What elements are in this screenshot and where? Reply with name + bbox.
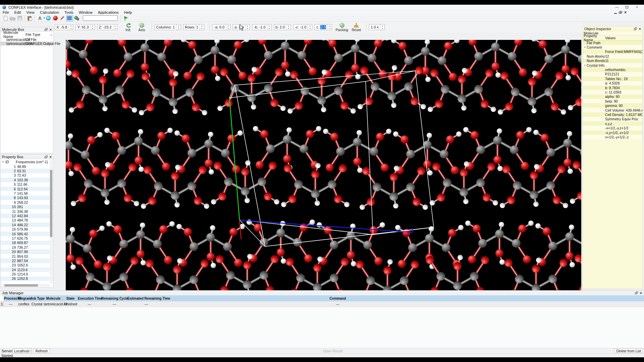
job-col-state[interactable]: State: [63, 297, 78, 300]
mdi-close-button[interactable]: ×: [624, 11, 627, 14]
job-col-remaining-cycle[interactable]: Remaining Cycle: [101, 297, 127, 300]
frequency-row[interactable]: 15579.99: [1, 227, 53, 231]
frequency-row[interactable]: 5111.66: [1, 182, 53, 187]
scale-spinbox[interactable]: 1.0 x ▲▼: [369, 24, 385, 30]
frequency-row[interactable]: 8143.93: [1, 196, 53, 200]
molecule-view-button[interactable]: [73, 15, 80, 21]
minus-c-spinner[interactable]: ▲▼: [308, 24, 312, 30]
close-panel-icon[interactable]: ×: [50, 28, 52, 31]
restore-button[interactable]: [622, 5, 632, 10]
mdi-restore-button[interactable]: [619, 11, 622, 14]
inspector-row[interactable]: alpha: 90: [583, 95, 642, 99]
float-panel-icon[interactable]: [635, 292, 638, 294]
close-panel-icon[interactable]: ×: [640, 291, 642, 295]
frequency-row[interactable]: 16586.42: [1, 232, 53, 236]
z-spinner[interactable]: ▲▼: [113, 24, 117, 30]
minimize-button[interactable]: —: [612, 5, 622, 10]
inspector-row[interactable]: x+1/2,-y+1/2,-z: [583, 135, 642, 139]
frequency-tree-header[interactable]: ∨ ID Frequencies (cm^-1): [1, 159, 53, 164]
scrollbar-thumb[interactable]: [50, 170, 52, 237]
menu-edit[interactable]: Edit: [12, 10, 24, 15]
inspector-row[interactable]: gamma: 90: [583, 103, 642, 108]
inspector-row[interactable]: a: 4.5326: [583, 81, 642, 85]
inspector-row[interactable]: Force Field:MMFF94S(2010...: [583, 50, 642, 54]
frequency-row[interactable]: 148.89: [1, 164, 53, 169]
minus-b-spinbox[interactable]: -b: -1.0 ▲▼: [252, 24, 272, 30]
menu-calculation[interactable]: Calculation: [37, 10, 62, 15]
menu-window[interactable]: Window: [76, 10, 95, 15]
frequency-row[interactable]: 231052.6: [1, 263, 53, 267]
b-spinbox[interactable]: b: 2.0 ▲▼: [274, 24, 291, 30]
columns-spinbox[interactable]: Columns: 1 ▲▼: [155, 24, 181, 30]
open-file-button[interactable]: [9, 15, 16, 21]
inspector-row[interactable]: Cell Density: 1.8137 MG/M...: [583, 112, 642, 117]
frequency-row[interactable]: 10281: [1, 205, 53, 209]
frequency-row[interactable]: 7141.56: [1, 191, 53, 195]
b-spinner[interactable]: ▲▼: [286, 24, 290, 30]
save-button[interactable]: [16, 15, 23, 21]
chevron-down-icon[interactable]: ∨: [583, 64, 587, 67]
float-panel-icon[interactable]: [45, 156, 48, 158]
menu-help[interactable]: Help: [121, 10, 135, 15]
inspector-row[interactable]: File Path: [583, 41, 642, 45]
inspector-row[interactable]: b: 8.7834: [583, 85, 642, 90]
frequency-row[interactable]: 11336.38: [1, 209, 53, 214]
measure-tool-button[interactable]: [36, 15, 43, 21]
molecule-row[interactable]: tartronicacid.cifCif File: [1, 38, 53, 42]
col-file-type[interactable]: File Type: [25, 33, 40, 37]
job-col-job-type[interactable]: Job Type: [30, 297, 44, 300]
minus-a-spinner[interactable]: ▲▼: [226, 24, 230, 30]
refresh-button[interactable]: Refresh: [33, 348, 50, 353]
frequency-row[interactable]: 263.31: [1, 169, 53, 173]
molecule-viewport[interactable]: [66, 40, 581, 291]
frequency-row[interactable]: 22887.54: [1, 258, 53, 263]
server-select[interactable]: Localhost ∨: [13, 348, 32, 353]
inspector-row[interactable]: ∨Comment: [583, 45, 642, 49]
columns-spinner[interactable]: ▲▼: [176, 24, 180, 30]
job-col-program[interactable]: Program: [17, 297, 30, 300]
frequency-row[interactable]: 14496.22: [1, 223, 53, 227]
job-col-process-id[interactable]: Process ID: [4, 297, 17, 300]
frequency-row[interactable]: 372.43: [1, 173, 53, 178]
run-button[interactable]: [123, 15, 130, 21]
frequency-row[interactable]: 20807.99: [1, 249, 53, 254]
frequency-row[interactable]: 12442.84: [1, 214, 53, 218]
inspector-row[interactable]: -x,y+1/2,-z+1/2: [583, 130, 642, 135]
inspector-row[interactable]: x,y,z: [583, 121, 642, 126]
inspector-row[interactable]: -x+1/2,-y,z+1/2: [583, 126, 642, 130]
c-spinner[interactable]: ▲▼: [327, 24, 332, 30]
z-spinbox[interactable]: Z: -23.2 ▲▼: [97, 24, 118, 30]
job-col-estimated-remaining-time[interactable]: Estimated Remaining Time: [127, 297, 165, 300]
close-panel-icon[interactable]: ×: [50, 155, 52, 159]
float-panel-icon[interactable]: [45, 28, 48, 31]
inspector-row[interactable]: c: 11.0393: [583, 90, 642, 94]
delete-from-list-button[interactable]: Delete from List: [614, 348, 643, 353]
frequency-row[interactable]: 4102.39: [1, 178, 53, 182]
inspector-row[interactable]: P212121: [583, 72, 642, 76]
float-panel-icon[interactable]: [634, 27, 637, 30]
scrollbar-thumb[interactable]: [4, 284, 38, 287]
frequency-row[interactable]: 19736.27: [1, 245, 53, 249]
frequency-row[interactable]: 17626.75: [1, 236, 53, 240]
scrollbar-up-arrow[interactable]: ▲: [50, 34, 52, 36]
frequency-row[interactable]: 21854.03: [1, 254, 53, 258]
inspector-row[interactable]: Symmetry Equiv Pos:: [583, 117, 642, 121]
vertical-scrollbar[interactable]: [50, 160, 53, 283]
col-values[interactable]: Values: [605, 36, 615, 40]
draw-bond-button[interactable]: [59, 15, 66, 21]
inspector-row[interactable]: orthorhombic: [583, 67, 642, 72]
y-spinbox[interactable]: Y: 91.3 ▲▼: [75, 24, 95, 30]
mdi-minimize-button[interactable]: [614, 11, 617, 14]
c-spinbox[interactable]: c: 2.0 ▲▼: [315, 24, 332, 30]
a-spinner[interactable]: ▲▼: [245, 24, 250, 30]
frequency-row[interactable]: 9258.22: [1, 200, 53, 204]
init-button[interactable]: Init.: [122, 23, 135, 32]
frequency-row[interactable]: 13484.78: [1, 218, 53, 223]
menu-tools[interactable]: Tools: [62, 10, 76, 15]
close-panel-icon[interactable]: ×: [639, 27, 641, 31]
job-col-molecule[interactable]: Molecule: [44, 297, 63, 300]
scale-spinner[interactable]: ▲▼: [380, 24, 384, 30]
reset-button[interactable]: Reset: [350, 23, 363, 32]
inspector-row[interactable]: Tables No.: 19: [583, 76, 642, 81]
x-spinbox[interactable]: X: -5.8 ▲▼: [55, 24, 73, 30]
